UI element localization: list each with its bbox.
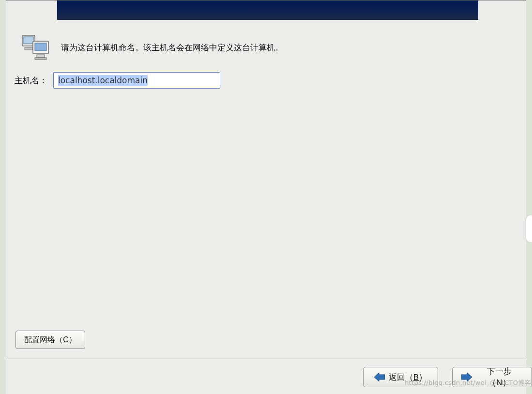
configure-network-button[interactable]: 配置网络（C） (15, 331, 85, 349)
back-label-suffix: ） (419, 373, 427, 382)
bottom-bar: 返回（B） 下一步（N） (6, 359, 526, 394)
arrow-left-icon (374, 372, 385, 382)
arrow-right-icon (461, 372, 472, 382)
back-label-prefix: 返回（ (389, 373, 413, 382)
side-handle[interactable] (526, 215, 532, 242)
hostname-value: localhost.localdomain (58, 75, 148, 86)
hostname-label: 主机名： (15, 75, 47, 86)
svg-rect-5 (37, 55, 45, 58)
svg-rect-6 (35, 58, 46, 60)
svg-rect-4 (35, 43, 46, 51)
header-row: 请为这台计算机命名。该主机名会在网络中定义这台计算机。 (21, 34, 283, 61)
configure-network-label-prefix: 配置网络（ (24, 335, 63, 345)
back-shortcut-key: B (413, 373, 419, 382)
svg-rect-1 (24, 37, 33, 44)
configure-network-label-suffix: ） (69, 335, 76, 345)
next-button[interactable]: 下一步（N） (452, 367, 532, 387)
hostname-description: 请为这台计算机命名。该主机名会在网络中定义这台计算机。 (61, 42, 283, 53)
computer-network-icon (21, 34, 52, 61)
configure-network-shortcut-key: C (63, 335, 69, 344)
svg-marker-7 (374, 373, 385, 381)
hostname-form-row: 主机名： localhost.localdomain (15, 72, 220, 89)
installer-window: 请为这台计算机命名。该主机名会在网络中定义这台计算机。 主机名： localho… (6, 0, 526, 394)
svg-rect-2 (25, 47, 32, 50)
back-button[interactable]: 返回（B） (363, 367, 438, 387)
header-banner (57, 0, 478, 20)
next-shortcut-key: N (496, 378, 502, 387)
next-label-suffix: ） (502, 378, 511, 387)
hostname-input[interactable]: localhost.localdomain (53, 72, 220, 89)
svg-marker-8 (461, 373, 472, 381)
